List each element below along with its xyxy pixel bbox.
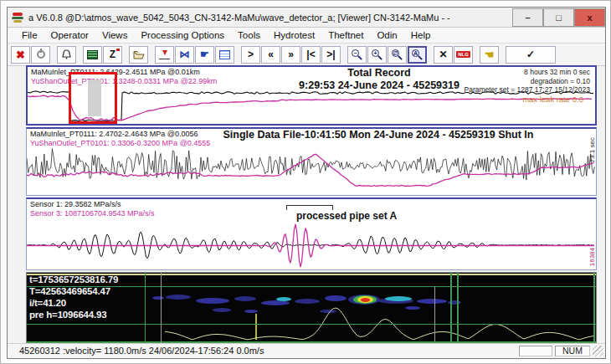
menu-theftnet[interactable]: Theftnet [321,28,370,42]
zoom-auto-icon[interactable]: A [408,46,427,64]
close-button[interactable]: x [574,8,605,27]
app-icon [12,12,24,23]
status-bar: 45260312 :velocity= 1180.0m/s 24/06/2024… [8,343,605,357]
zoom-window-icon[interactable]: ∅ [388,46,407,64]
status-cell-empty [519,346,552,356]
resize-grip[interactable] [593,346,603,356]
panel-sensors[interactable]: Sensor 1: 29.3582 MPa/s/s Sensor 3: 1087… [26,197,597,270]
readout-it: i/t=41.20 [29,297,118,309]
bell-icon[interactable] [57,46,76,64]
menu-views[interactable]: Views [95,28,134,42]
screenshot-stage: a V6.0.8 @D:\atmos_wave_5042_5043_CN-314… [0,0,611,364]
spectrogram-grid-line [457,273,459,343]
panel2-y-axis-label: 73.1 sec [588,137,596,162]
go-last-icon[interactable]: >| [321,46,341,64]
z-report-icon[interactable]: Z [103,46,122,64]
panel3-y-axis-label: 16384 [588,248,596,266]
panel-single-data-file[interactable]: MaMuInlet_PT0111: 2.4702-2.4643 MPa @0.0… [26,127,597,196]
window-title: a V6.0.8 @D:\atmos_wave_5042_5043_CN-314… [28,13,450,23]
menu-operator[interactable]: Operator [44,28,95,42]
record-duration: 8 hours 32 min 0 sec [464,68,590,77]
minimize-button[interactable]: – [512,8,543,27]
step-forward-icon[interactable]: > [241,46,260,64]
single-data-title: Single Data File-10:41:50 Mon 24-June 20… [169,129,588,141]
panel3-labels: Sensor 1: 29.3582 MPa/s/s Sensor 3: 1087… [30,200,155,218]
spectrogram-grid-line [434,286,435,341]
menu-bar: File Operator Views Processing Options T… [8,28,605,44]
menu-help[interactable]: Help [404,28,438,42]
spectrogram-grid-line [593,273,595,343]
table-icon[interactable] [215,46,234,64]
record-info-block: 8 hours 32 min 0 sec degradation = 0.10 … [464,68,590,95]
selection-handle[interactable] [88,79,101,116]
spectrogram-grid-line [27,324,596,325]
status-velocity-text: 45260312 :velocity= 1180.0m/s 24/06/2024… [8,346,519,356]
spectrogram-grid-line [161,273,162,343]
menu-processing-options[interactable]: Processing Options [134,28,231,42]
menu-file[interactable]: File [15,28,44,42]
rewind-icon[interactable]: « [261,46,280,64]
pipe-set-annotation: processed pipe set A [296,210,397,222]
spectrogram-grid-line [145,273,146,343]
open-folder-icon[interactable] [129,46,148,64]
selection-rectangle[interactable] [69,72,117,124]
data-grid-icon[interactable] [83,46,102,64]
clear-icon[interactable]: ✖ [11,46,30,64]
fast-forward-icon[interactable]: » [281,46,300,64]
yellow-hand-icon[interactable]: ☚ [480,46,499,64]
max-leak-rate-label: max leak rate 0.0 [522,95,583,104]
marker-chart-icon[interactable] [155,46,174,64]
readout-preh: pre h=1096644.93 [29,309,118,320]
panel-total-record[interactable]: MaMuInlet_PT0111: 2.6429-2.4511 MPa @0.0… [26,65,597,126]
readout-T: T=42563469654.47 [29,285,118,297]
apply-check-icon[interactable]: ✓ [506,46,556,64]
hand-pointer-icon[interactable]: ☛ [195,46,214,64]
record-parameter-set: Parameter set = 1287 17:27 15/12/2023 [464,85,590,95]
maximize-button[interactable]: □ [543,8,574,27]
sensor1-label: Sensor 1: 29.3582 MPa/s/s [30,200,155,209]
spectrogram-grid-line [27,341,596,343]
nlg-icon[interactable]: NLG [454,46,473,64]
readout-t: t=1753657253816.79 [29,274,118,285]
zoom-out-icon[interactable]: − [347,46,367,64]
bowtie-compare-icon[interactable]: ⋈ [175,46,194,64]
power-icon[interactable] [31,46,50,64]
num-lock-indicator: NUM [555,346,590,356]
zoom-in-icon[interactable]: + [367,46,387,64]
spectrogram-grid-line [450,273,452,343]
menu-tools[interactable]: Tools [231,28,267,42]
record-degradation: degradation = 0.10 [464,77,590,86]
toolbar: ✖ Z ⋈ ☛ > « » |< >| − + ∅ A ✕ NLG ☚ [8,44,605,66]
menu-odin[interactable]: Odin [370,28,403,42]
title-bar[interactable]: a V6.0.8 @D:\atmos_wave_5042_5043_CN-314… [8,8,605,28]
go-first-icon[interactable]: |< [301,46,321,64]
sensor3-label: Sensor 3: 1087106704.9543 MPa/s/s [30,209,155,218]
panel-spectrogram[interactable]: t=1753657253816.79 T=42563469654.47 i/t=… [26,272,597,344]
spectrogram-readout: t=1753657253816.79 T=42563469654.47 i/t=… [29,274,118,320]
expand-icon[interactable]: ✕ [434,46,453,64]
menu-hydrotest[interactable]: Hydrotest [267,28,321,42]
